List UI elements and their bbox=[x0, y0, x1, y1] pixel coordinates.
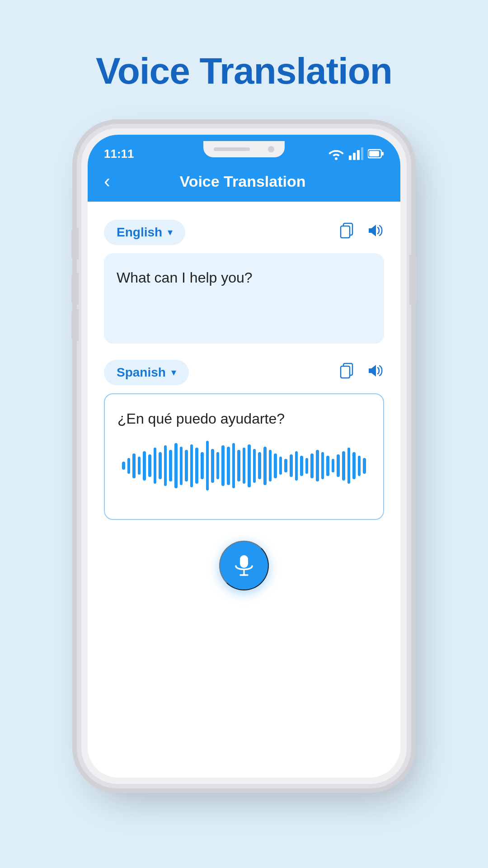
waveform-bar bbox=[127, 458, 131, 474]
microphone-icon bbox=[232, 553, 256, 578]
waveform-bar bbox=[310, 453, 314, 478]
waveform-bar bbox=[122, 462, 125, 470]
waveform-bar bbox=[253, 449, 256, 483]
spanish-copy-icon[interactable] bbox=[340, 363, 356, 383]
waveform-bar bbox=[148, 454, 151, 477]
svg-rect-8 bbox=[341, 226, 350, 238]
waveform-bar bbox=[211, 449, 214, 483]
waveform-bar bbox=[337, 454, 340, 477]
waveform-bar bbox=[154, 448, 157, 484]
svg-rect-0 bbox=[349, 156, 352, 160]
svg-rect-13 bbox=[240, 555, 248, 568]
waveform-bar bbox=[321, 452, 324, 479]
waveform-bar bbox=[243, 448, 246, 484]
waveform bbox=[117, 439, 371, 493]
waveform-bar bbox=[159, 452, 162, 479]
signal-icon bbox=[349, 147, 363, 160]
svg-marker-9 bbox=[369, 225, 376, 236]
spanish-action-icons bbox=[340, 363, 384, 383]
english-chevron-icon: ▾ bbox=[168, 226, 173, 238]
svg-rect-6 bbox=[382, 152, 384, 156]
spanish-lang-selector[interactable]: Spanish ▾ bbox=[104, 360, 189, 385]
spanish-section: Spanish ▾ bbox=[104, 360, 384, 520]
waveform-bar bbox=[169, 450, 172, 481]
phone-wrapper: 11:11 bbox=[81, 128, 407, 784]
svg-rect-1 bbox=[353, 153, 356, 160]
waveform-bar bbox=[248, 444, 251, 487]
waveform-bar bbox=[164, 445, 167, 486]
waveform-bar bbox=[195, 448, 198, 484]
notch-dot bbox=[268, 146, 274, 152]
spanish-lang-label: Spanish bbox=[117, 365, 166, 380]
waveform-bar bbox=[190, 444, 193, 487]
spanish-text-box: ¿En qué puedo ayudarte? bbox=[104, 393, 384, 520]
waveform-bar bbox=[316, 450, 319, 481]
waveform-bar bbox=[237, 450, 240, 481]
waveform-bar bbox=[279, 457, 282, 475]
waveform-bar bbox=[305, 458, 309, 474]
waveform-bar bbox=[263, 447, 267, 485]
waveform-bar bbox=[352, 452, 356, 479]
waveform-bar bbox=[342, 451, 345, 481]
svg-rect-3 bbox=[361, 147, 363, 160]
waveform-bar bbox=[201, 452, 204, 479]
waveform-bar bbox=[132, 453, 136, 478]
mic-area bbox=[104, 536, 384, 604]
waveform-bar bbox=[174, 443, 178, 488]
english-lang-selector[interactable]: English ▾ bbox=[104, 220, 185, 245]
waveform-bar bbox=[227, 447, 230, 485]
waveform-bar bbox=[138, 457, 141, 475]
english-section: English ▾ bbox=[104, 220, 384, 344]
waveform-bar bbox=[258, 452, 261, 479]
spanish-speaker-icon[interactable] bbox=[367, 363, 384, 382]
waveform-bar bbox=[290, 454, 293, 477]
waveform-bar bbox=[284, 459, 287, 472]
waveform-bar bbox=[332, 459, 335, 472]
status-time: 11:11 bbox=[104, 147, 134, 161]
spanish-section-header: Spanish ▾ bbox=[104, 360, 384, 385]
waveform-bar bbox=[221, 445, 225, 486]
waveform-bar bbox=[185, 450, 188, 481]
english-section-header: English ▾ bbox=[104, 220, 384, 245]
waveform-bar bbox=[206, 441, 209, 491]
english-copy-icon[interactable] bbox=[340, 222, 356, 243]
battery-icon bbox=[368, 149, 384, 159]
english-text-content: What can I help you? bbox=[117, 269, 253, 286]
mic-button[interactable] bbox=[219, 541, 269, 590]
waveform-bar bbox=[232, 443, 235, 488]
waveform-bar bbox=[358, 456, 361, 476]
waveform-bar bbox=[295, 451, 298, 481]
waveform-bar bbox=[180, 447, 183, 485]
waveform-bar bbox=[143, 451, 146, 481]
svg-rect-11 bbox=[341, 366, 350, 378]
waveform-bar bbox=[216, 452, 220, 479]
spanish-text-content: ¿En qué puedo ayudarte? bbox=[117, 408, 371, 429]
phone-screen: 11:11 bbox=[88, 135, 400, 778]
page-title: Voice Translation bbox=[96, 50, 392, 92]
waveform-bar bbox=[363, 458, 366, 474]
waveform-bar bbox=[300, 456, 303, 476]
content-area: English ▾ bbox=[88, 202, 400, 778]
spanish-chevron-icon: ▾ bbox=[171, 367, 176, 378]
svg-marker-12 bbox=[369, 365, 376, 377]
waveform-bar bbox=[326, 456, 329, 476]
status-icons bbox=[328, 147, 384, 160]
english-action-icons bbox=[340, 222, 384, 243]
svg-rect-5 bbox=[369, 151, 379, 156]
notch bbox=[203, 141, 285, 157]
wifi-icon bbox=[328, 147, 344, 160]
header-title: Voice Translation bbox=[119, 173, 366, 190]
english-lang-label: English bbox=[117, 225, 162, 240]
waveform-bar bbox=[269, 450, 272, 481]
english-speaker-icon[interactable] bbox=[367, 223, 384, 242]
back-button[interactable]: ‹ bbox=[104, 172, 110, 191]
notch-bar bbox=[214, 147, 250, 151]
app-header: ‹ Voice Translation bbox=[88, 165, 400, 202]
svg-rect-2 bbox=[357, 150, 360, 160]
waveform-bar bbox=[274, 453, 277, 478]
english-text-box: What can I help you? bbox=[104, 253, 384, 344]
waveform-bar bbox=[347, 448, 351, 484]
